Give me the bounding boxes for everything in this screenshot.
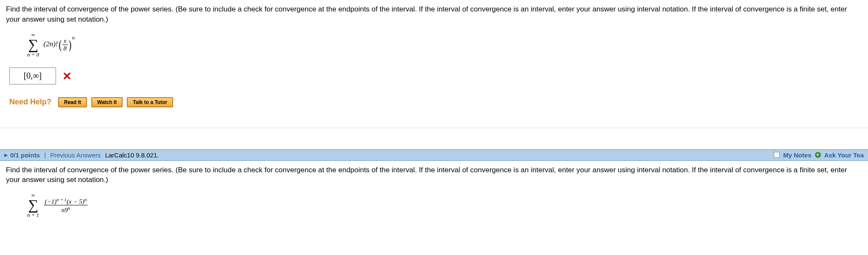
series-term: (2n)!(x8)n [44, 37, 75, 52]
exponent: n [72, 35, 75, 41]
header-right: My Notes + Ask Your Tea [774, 151, 864, 159]
source-reference: LarCalc10 9.8.021. [103, 151, 159, 159]
fraction: x8 [62, 37, 68, 52]
read-it-button[interactable]: Read It [58, 97, 87, 107]
question-prompt: Find the interval of convergence of the … [6, 4, 862, 25]
sigma-glyph: ∑ [28, 198, 38, 212]
watch-it-button[interactable]: Watch It [91, 97, 123, 107]
sigma-lower-bound: n = 1 [27, 212, 39, 218]
talk-to-tutor-button[interactable]: Talk to a Tutor [127, 97, 173, 107]
incorrect-icon [64, 73, 70, 79]
question-2: Find the interval of convergence of the … [0, 161, 868, 233]
series-formula: ∞ ∑ n = 0 (2n)!(x8)n [27, 32, 862, 57]
help-label: Need Help? [9, 98, 51, 106]
fraction-numerator: (−1)n + 1(x − 5)n [44, 197, 88, 206]
answer-input[interactable] [9, 67, 56, 84]
series-term: (−1)n + 1(x − 5)n n9n [44, 197, 88, 214]
previous-answers-link[interactable]: Previous Answers [50, 151, 101, 159]
sigma-glyph: ∑ [28, 37, 38, 52]
ask-teacher-link[interactable]: Ask Your Tea [824, 151, 864, 159]
answer-row [9, 67, 862, 84]
caret-icon: ▶ [4, 152, 8, 158]
question-header-bar: ▶ 0/1 points | Previous Answers LarCalc1… [0, 149, 868, 161]
coefficient: (2n)! [44, 40, 58, 48]
separator [0, 128, 868, 128]
plus-icon: + [815, 152, 821, 158]
question-prompt: Find the interval of convergence of the … [6, 165, 862, 185]
sigma-symbol: ∞ ∑ n = 0 [27, 32, 39, 57]
help-row: Need Help? Read It Watch It Talk to a Tu… [9, 97, 862, 107]
series-formula: ∞ ∑ n = 1 (−1)n + 1(x − 5)n n9n [27, 193, 862, 218]
question-1: Find the interval of convergence of the … [0, 0, 868, 123]
fraction-denominator: n9n [60, 205, 72, 214]
my-notes-link[interactable]: My Notes [783, 151, 812, 159]
points-display: 0/1 points [10, 151, 40, 159]
sigma-symbol: ∞ ∑ n = 1 [27, 193, 39, 218]
fraction-numerator: x [62, 37, 68, 45]
header-left: ▶ 0/1 points | Previous Answers LarCalc1… [4, 151, 159, 159]
sigma-lower-bound: n = 0 [27, 52, 39, 57]
notes-checkbox[interactable] [774, 152, 780, 158]
fraction-denominator: 8 [62, 45, 68, 52]
pipe-separator: | [42, 151, 48, 159]
fraction: (−1)n + 1(x − 5)n n9n [44, 197, 88, 214]
